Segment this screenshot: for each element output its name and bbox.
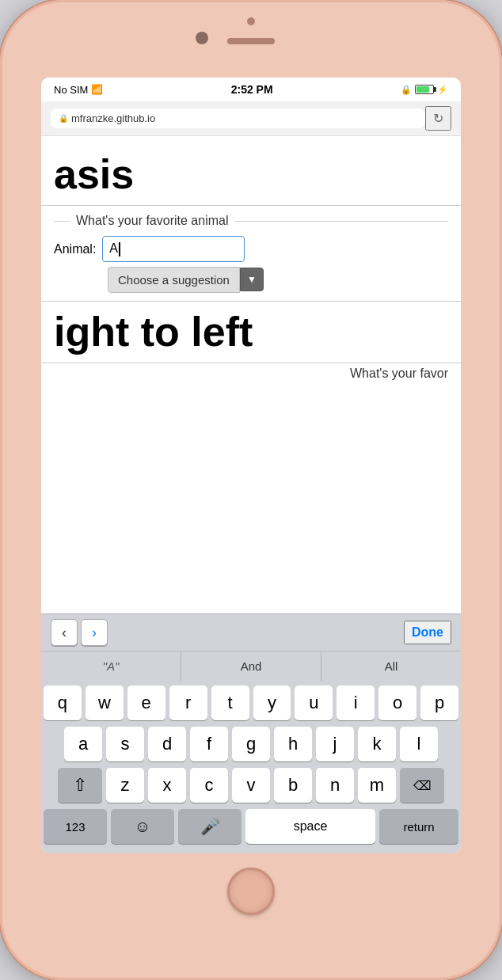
page-title-top: asis [54,152,448,197]
form-legend: What's your favorite animal [54,214,448,228]
carrier-label: No SIM [54,84,88,96]
url-text: mfranzke.github.io [71,112,155,124]
battery-fill [416,86,429,93]
phone-frame: No SIM 📶 2:52 PM 🔒 ⚡ 🔒 mfranzke.github.i… [0,0,502,980]
form-row: Animal: A [54,236,448,262]
keyboard-row-2: a s d f g h j k l [44,727,458,762]
form-legend-bottom: What's your favor [350,367,448,381]
key-delete[interactable]: ⌫ [400,768,444,803]
key-i[interactable]: i [337,686,375,720]
autocomplete-item-2[interactable]: All [321,651,461,681]
battery-icon [415,85,434,94]
key-c[interactable]: c [190,768,228,803]
autocomplete-bar: "A" And All [41,651,461,681]
key-u[interactable]: u [295,686,333,720]
animal-label: Animal: [54,242,96,256]
status-right: 🔒 ⚡ [401,85,448,95]
key-p[interactable]: p [420,686,458,720]
key-shift[interactable]: ⇧ [58,768,102,803]
screen: No SIM 📶 2:52 PM 🔒 ⚡ 🔒 mfranzke.github.i… [41,78,461,853]
form-section-top: What's your favorite animal Animal: A Ch… [41,205,461,301]
reload-button[interactable]: ↻ [425,106,451,131]
key-q[interactable]: q [44,686,82,720]
next-field-button[interactable]: › [81,619,108,646]
key-m[interactable]: m [358,768,396,803]
input-value: A [109,241,118,255]
keyboard-row-4: 123 ☺ 🎤 space return [44,809,458,844]
keyboard-row-3: ⇧ z x c v b n m ⌫ [44,768,458,803]
status-bar: No SIM 📶 2:52 PM 🔒 ⚡ [41,78,461,101]
front-camera [196,32,208,44]
key-r[interactable]: r [169,686,207,720]
phone-top [0,0,502,14]
key-z[interactable]: z [106,768,144,803]
key-mic[interactable]: 🎤 [178,809,241,844]
key-x[interactable]: x [148,768,186,803]
key-l[interactable]: l [400,727,438,762]
suggestion-dropdown[interactable]: Choose a suggestion ▼ [108,267,448,293]
charging-icon: ⚡ [437,85,448,95]
home-button[interactable] [227,868,275,915]
key-w[interactable]: w [86,686,124,720]
lock-status-icon: 🔒 [401,85,412,95]
speaker-dot [247,17,255,25]
web-content: asis What's your favorite animal Animal:… [41,136,461,613]
animal-input[interactable]: A [102,236,245,262]
speaker-bar [227,38,275,44]
key-v[interactable]: v [232,768,270,803]
form-section-bottom: What's your favor [41,363,461,384]
keyboard-toolbar: ‹ › Done [41,613,461,651]
key-s[interactable]: s [106,727,144,762]
key-f[interactable]: f [190,727,228,762]
address-bar[interactable]: 🔒 mfranzke.github.io ↻ [41,101,461,136]
page-section-mid: ight to left [41,301,461,363]
url-field[interactable]: 🔒 mfranzke.github.io [51,108,425,128]
status-left: No SIM 📶 [54,84,103,96]
text-cursor [119,242,120,256]
page-section-top: asis [41,136,461,205]
prev-field-button[interactable]: ‹ [51,619,78,646]
key-t[interactable]: t [211,686,249,720]
key-g[interactable]: g [232,727,270,762]
autocomplete-item-0[interactable]: "A" [41,651,181,681]
key-numbers[interactable]: 123 [44,809,107,844]
done-button[interactable]: Done [404,621,451,644]
keyboard-row-1: q w e r t y u i o p [44,686,458,720]
autocomplete-item-1[interactable]: And [181,651,321,681]
wifi-icon: 📶 [91,84,103,95]
key-n[interactable]: n [316,768,354,803]
key-h[interactable]: h [274,727,312,762]
key-space[interactable]: space [245,809,375,844]
suggestion-button[interactable]: Choose a suggestion [108,267,240,293]
key-d[interactable]: d [148,727,186,762]
key-e[interactable]: e [127,686,165,720]
keyboard: q w e r t y u i o p a s d f g h j k [41,681,461,853]
lock-icon: 🔒 [59,114,68,123]
key-o[interactable]: o [378,686,416,720]
clock: 2:52 PM [231,83,273,96]
key-b[interactable]: b [274,768,312,803]
key-a[interactable]: a [64,727,102,762]
key-k[interactable]: k [358,727,396,762]
key-return[interactable]: return [379,809,458,844]
key-j[interactable]: j [316,727,354,762]
key-y[interactable]: y [253,686,291,720]
key-emoji[interactable]: ☺ [111,809,174,844]
suggestion-arrow-button[interactable]: ▼ [240,268,264,291]
page-title-bottom: ight to left [54,310,448,355]
